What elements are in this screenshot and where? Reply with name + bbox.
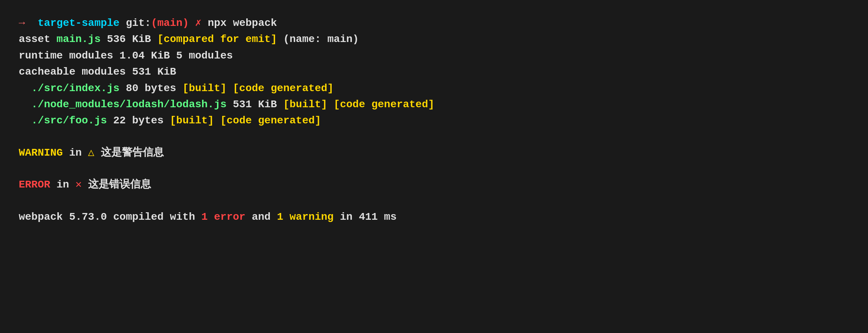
runtime-line: runtime modules 1.04 KiB 5 modules bbox=[19, 48, 849, 64]
src-foo-line: ./src/foo.js 22 bytes [built] [code gene… bbox=[19, 112, 849, 129]
warning-line: WARNING in △ 这是警告信息 bbox=[19, 145, 849, 161]
prompt-line: → target-sample git: (main) ✗ npx webpac… bbox=[19, 15, 849, 31]
terminal-output: → target-sample git: (main) ✗ npx webpac… bbox=[19, 15, 849, 225]
prompt-x: ✗ bbox=[195, 15, 202, 31]
prompt-directory: target-sample bbox=[37, 15, 119, 31]
prompt-command: npx webpack bbox=[208, 15, 277, 31]
summary-error-count: 1 bbox=[201, 209, 208, 225]
src-index-line: ./src/index.js 80 bytes [built] [code ge… bbox=[19, 80, 849, 96]
warning-message: 这是警告信息 bbox=[94, 145, 164, 161]
error-label: ERROR bbox=[19, 177, 50, 193]
summary-and: and bbox=[245, 209, 277, 225]
prompt-branch: (main) bbox=[151, 15, 189, 31]
summary-warning-word: warning bbox=[283, 209, 334, 225]
prompt-git: git: bbox=[126, 15, 151, 31]
warning-icon: △ bbox=[88, 145, 94, 161]
error-message: 这是错误信息 bbox=[82, 177, 151, 193]
error-line: ERROR in ✕ 这是错误信息 bbox=[19, 177, 849, 193]
prompt-arrow: → bbox=[19, 15, 25, 31]
lodash-line: ./node_modules/lodash/lodash.js 531 KiB … bbox=[19, 96, 849, 112]
spacer-3 bbox=[19, 193, 849, 209]
summary-warning-count: 1 bbox=[277, 209, 283, 225]
cacheable-line: cacheable modules 531 KiB bbox=[19, 64, 849, 80]
spacer-2 bbox=[19, 161, 849, 177]
summary-prefix: webpack 5.73.0 compiled with bbox=[19, 209, 201, 225]
spacer-1 bbox=[19, 129, 849, 145]
error-icon: ✕ bbox=[75, 177, 82, 193]
asset-line: asset main.js 536 KiB [compared for emit… bbox=[19, 31, 849, 47]
summary-error-word: error bbox=[208, 209, 245, 225]
summary-line: webpack 5.73.0 compiled with 1 error and… bbox=[19, 209, 849, 225]
warning-label: WARNING bbox=[19, 145, 63, 161]
summary-suffix: in 411 ms bbox=[334, 209, 397, 225]
